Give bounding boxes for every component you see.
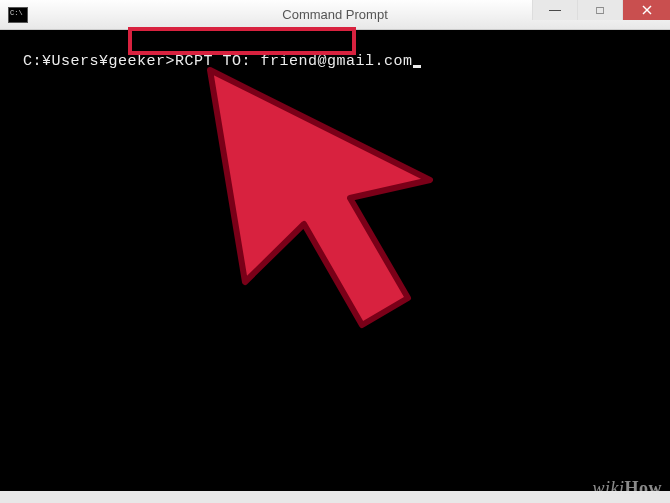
prompt-path: C:¥Users¥geeker> [23, 53, 175, 70]
close-icon [642, 5, 652, 15]
text-cursor [413, 65, 421, 68]
terminal-area[interactable]: C:¥Users¥geeker>RCPT TO: friend@gmail.co… [0, 30, 670, 76]
maximize-button[interactable]: □ [577, 0, 622, 20]
close-button[interactable] [622, 0, 670, 20]
command-text: RCPT TO: friend@gmail.com [175, 53, 413, 70]
watermark-prefix: wiki [593, 478, 625, 498]
watermark: wikiHow [593, 478, 663, 499]
minimize-button[interactable]: — [532, 0, 577, 20]
window-title: Command Prompt [282, 7, 387, 22]
window-controls: — □ [532, 0, 670, 29]
cmd-icon [8, 7, 28, 23]
watermark-suffix: How [625, 478, 663, 498]
bottom-strip [0, 491, 670, 503]
window-titlebar: Command Prompt — □ [0, 0, 670, 30]
annotation-arrow-cursor-icon [190, 60, 450, 340]
